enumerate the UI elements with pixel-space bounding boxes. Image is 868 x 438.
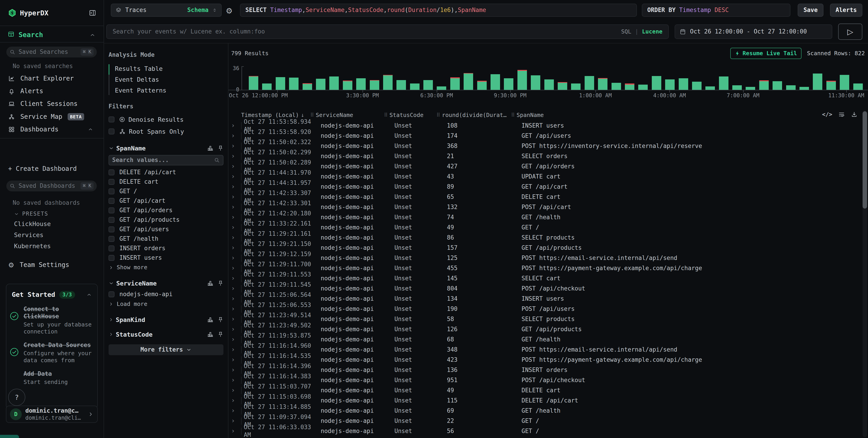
pin-icon[interactable]: [218, 280, 223, 286]
checkbox[interactable]: [108, 188, 115, 194]
sidebar-item-alerts[interactable]: Alerts: [8, 85, 99, 97]
drag-handle-icon[interactable]: ⠿: [511, 112, 515, 119]
chart-bar[interactable]: [397, 80, 406, 90]
analysis-mode-event-patterns[interactable]: Event Patterns: [115, 85, 223, 96]
gear-icon[interactable]: ⚙: [226, 6, 232, 16]
chart-bar[interactable]: [450, 77, 460, 90]
filter-value[interactable]: INSERT users: [108, 253, 223, 263]
row-expand-chevron[interactable]: ›: [228, 182, 241, 191]
chart-bar[interactable]: [571, 84, 581, 90]
chart-bar[interactable]: [840, 75, 849, 90]
source-select[interactable]: Traces Schema: [111, 4, 222, 17]
row-expand-chevron[interactable]: ›: [228, 335, 241, 344]
filter-group-header-spankind[interactable]: SpanKind: [108, 316, 223, 324]
table-row[interactable]: ›Oct 27 11:50:02.299 AMnodejs-demo-apiUn…: [228, 151, 859, 161]
table-row[interactable]: ›Oct 27 11:16:14.535 AMnodejs-demo-apiUn…: [228, 355, 859, 365]
column-header-duration[interactable]: ⠿ round(divide(Durat…: [447, 112, 522, 119]
checkbox[interactable]: [108, 227, 115, 232]
chart-bar[interactable]: [383, 75, 393, 90]
checkbox[interactable]: [108, 207, 115, 213]
chart-bar[interactable]: [827, 81, 836, 90]
chart-bar[interactable]: [705, 86, 715, 90]
row-expand-chevron[interactable]: ›: [228, 244, 241, 252]
table-row[interactable]: ›Oct 27 11:44:31.957 AMnodejs-demo-apiUn…: [228, 182, 859, 192]
table-row[interactable]: ›Oct 27 11:44:31.970 AMnodejs-demo-apiUn…: [228, 172, 859, 182]
row-expand-chevron[interactable]: ›: [228, 284, 241, 293]
filter-value[interactable]: nodejs-demo-api: [108, 290, 223, 299]
preset-item-services[interactable]: Services: [14, 231, 43, 239]
saved-searches-input[interactable]: Saved Searches ⌘ K: [6, 47, 97, 57]
sql-select-input[interactable]: SELECT Timestamp,ServiceName,StatusCode,…: [240, 4, 637, 17]
chart-bar[interactable]: [464, 73, 473, 90]
filter-value[interactable]: GET /api/users: [108, 225, 223, 234]
more-filters-button[interactable]: More filters: [108, 344, 223, 355]
column-header-servicename[interactable]: ⠿ ServiceName: [321, 112, 395, 119]
row-expand-chevron[interactable]: ›: [228, 397, 241, 405]
row-expand-chevron[interactable]: ›: [228, 274, 241, 282]
row-expand-chevron[interactable]: ›: [228, 427, 241, 435]
chevron-up-icon[interactable]: [86, 292, 92, 297]
show-more-button[interactable]: Show more: [108, 263, 223, 273]
row-expand-chevron[interactable]: ›: [228, 142, 241, 150]
analysis-mode-results-table[interactable]: Results Table: [115, 63, 223, 74]
table-row[interactable]: ›Oct 27 11:42:33.301 AMnodejs-demo-apiUn…: [228, 202, 859, 212]
toggle-denoise-results[interactable]: Denoise Results: [108, 114, 223, 125]
table-row[interactable]: ›Oct 27 11:42:33.307 AMnodejs-demo-apiUn…: [228, 192, 859, 202]
chart-bar[interactable]: [491, 74, 500, 90]
row-expand-chevron[interactable]: ›: [228, 417, 241, 425]
chart-bar[interactable]: [289, 78, 299, 90]
table-row[interactable]: ›Oct 27 11:23:49.514 AMnodejs-demo-apiUn…: [228, 314, 859, 324]
table-row[interactable]: ›Oct 27 11:29:11.553 AMnodejs-demo-apiUn…: [228, 273, 859, 284]
download-icon[interactable]: [851, 111, 858, 118]
create-dashboard-button[interactable]: + Create Dashboard: [8, 163, 99, 175]
table-row[interactable]: ›Oct 27 11:53:58.920 AMnodejs-demo-apiUn…: [228, 131, 859, 141]
row-expand-chevron[interactable]: ›: [228, 407, 241, 415]
table-row[interactable]: ›Oct 27 11:33:22.161 AMnodejs-demo-apiUn…: [228, 223, 859, 233]
table-row[interactable]: ›Oct 27 11:15:03.698 AMnodejs-demo-apiUn…: [228, 396, 859, 406]
sidebar-item-dashboards[interactable]: Dashboards: [8, 123, 99, 136]
chart-bar[interactable]: [679, 78, 688, 90]
user-menu[interactable]: D dominic.tran@c… dominic.tran@cli…: [6, 406, 98, 423]
alerts-button[interactable]: Alerts: [830, 4, 862, 17]
table-row[interactable]: ›Oct 27 11:53:58.934 AMnodejs-demo-apiUn…: [228, 121, 859, 131]
chart-bar[interactable]: [262, 84, 272, 90]
checkbox[interactable]: [108, 245, 115, 251]
chart-bar[interactable]: [558, 82, 567, 90]
chart-bar[interactable]: [518, 70, 527, 90]
row-expand-chevron[interactable]: ›: [228, 366, 241, 374]
chart-bar[interactable]: [719, 77, 728, 90]
row-expand-chevron[interactable]: ›: [228, 172, 241, 180]
row-expand-chevron[interactable]: ›: [228, 305, 241, 313]
checkbox[interactable]: [108, 117, 115, 122]
table-row[interactable]: ›Oct 27 11:23:49.502 AMnodejs-demo-apiUn…: [228, 324, 859, 334]
chart-bar[interactable]: [665, 80, 675, 90]
chart-values-icon[interactable]: [207, 280, 214, 286]
drag-handle-icon[interactable]: ⠿: [436, 112, 440, 119]
chart-bar[interactable]: [356, 78, 366, 90]
filter-value[interactable]: GET /api/cart: [108, 196, 223, 206]
analysis-mode-event-deltas[interactable]: Event Deltas: [115, 74, 223, 85]
row-expand-chevron[interactable]: ›: [228, 356, 241, 364]
chart-bar[interactable]: [853, 84, 863, 90]
table-row[interactable]: ›Oct 27 11:06:33.033 AMnodejs-demo-apiUn…: [228, 426, 859, 436]
filter-value[interactable]: DELETE cart: [108, 177, 223, 187]
chart-bar[interactable]: [625, 84, 634, 90]
table-row[interactable]: ›Oct 27 11:29:21.150 AMnodejs-demo-apiUn…: [228, 243, 859, 253]
wrap-lines-icon[interactable]: [838, 111, 845, 118]
table-row[interactable]: ›Oct 27 11:25:06.553 AMnodejs-demo-apiUn…: [228, 304, 859, 314]
chart-bar[interactable]: [504, 78, 514, 90]
sidebar-item-chart-explorer[interactable]: Chart Explorer: [8, 72, 99, 85]
chart-bar[interactable]: [329, 77, 339, 90]
sidebar-item-service-map[interactable]: Service MapBETA: [8, 111, 99, 123]
chart-bar[interactable]: [303, 83, 312, 90]
order-by-input[interactable]: ORDER BY Timestamp DESC: [642, 4, 790, 17]
table-row[interactable]: ›Oct 27 11:15:03.707 AMnodejs-demo-apiUn…: [228, 385, 859, 396]
filter-value[interactable]: INSERT orders: [108, 244, 223, 253]
chart-bar[interactable]: [612, 83, 621, 90]
row-expand-chevron[interactable]: ›: [228, 152, 241, 160]
pin-icon[interactable]: [218, 331, 223, 338]
table-row[interactable]: ›Oct 27 11:29:11.545 AMnodejs-demo-apiUn…: [228, 284, 859, 294]
sql-mode-toggle[interactable]: SQL: [621, 28, 631, 35]
chart-bar[interactable]: [732, 85, 742, 90]
resume-live-tail-button[interactable]: Resume Live Tail: [730, 48, 802, 59]
